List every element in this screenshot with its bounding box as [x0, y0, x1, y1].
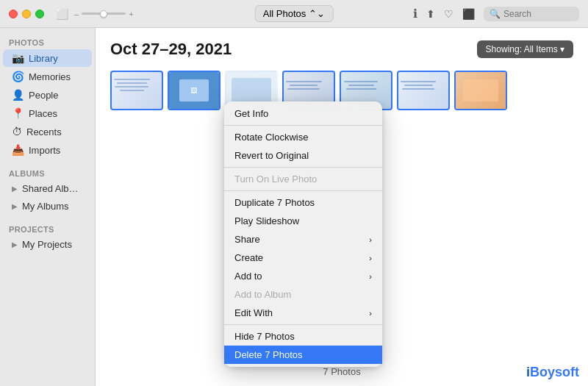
close-button[interactable]: [9, 10, 18, 18]
menu-item-delete-7-photos[interactable]: Delete 7 Photos: [224, 346, 382, 364]
sidebar-item-shared-albums[interactable]: ▶ Shared Alb…: [3, 180, 92, 197]
traffic-lights: [9, 10, 44, 18]
menu-item-rotate-clockwise[interactable]: Rotate Clockwise: [224, 128, 382, 146]
sidebar-section-projects: Projects: [0, 221, 95, 235]
memories-icon: 🌀: [12, 71, 24, 82]
menu-item-label: Edit With: [234, 307, 369, 318]
dropdown-label: All Photos: [263, 8, 306, 19]
menu-item-label: Add to Album: [234, 289, 372, 300]
search-box[interactable]: 🔍: [484, 7, 579, 21]
info-icon[interactable]: ℹ: [413, 7, 417, 21]
titlebar: ⬜ – + All Photos ⌃⌄ ℹ ⬆ ♡ ⬛ 🔍: [0, 0, 588, 28]
sidebar-item-label: Library: [29, 53, 58, 64]
menu-item-label: Rotate Clockwise: [234, 132, 372, 143]
expand-icon: ▶: [12, 185, 18, 193]
menu-separator-3: [224, 190, 382, 191]
minimize-button[interactable]: [22, 10, 31, 18]
menu-item-duplicate-7-photos[interactable]: Duplicate 7 Photos: [224, 193, 382, 212]
menu-item-share[interactable]: Share ›: [224, 230, 382, 249]
menu-item-label: Create: [234, 252, 369, 263]
photo-count: 7 Photos: [323, 366, 360, 377]
watermark: iBoysoft: [526, 365, 579, 380]
crop-icon[interactable]: ⬛: [462, 8, 475, 20]
search-input[interactable]: [503, 9, 570, 19]
arrow-icon: ›: [369, 254, 372, 262]
thumb-inner: [456, 72, 506, 109]
menu-item-revert-to-original[interactable]: Revert to Original: [224, 146, 382, 165]
photo-thumb-2[interactable]: 🖼: [168, 71, 220, 110]
menu-item-label: Turn On Live Photo: [234, 174, 372, 185]
menu-item-label: Delete 7 Photos: [234, 349, 372, 360]
sidebar-item-memories[interactable]: 🌀 Memories: [3, 68, 92, 85]
sidebar-item-library[interactable]: 📷 Library: [3, 49, 92, 67]
all-photos-dropdown[interactable]: All Photos ⌃⌄: [255, 5, 334, 22]
content-header: Oct 27–29, 2021 Showing: All Items ▾: [96, 28, 588, 65]
sidebar-section-albums: Albums: [0, 165, 95, 179]
library-icon: 📷: [12, 52, 24, 64]
menu-item-label: Revert to Original: [234, 150, 372, 161]
search-icon: 🔍: [490, 9, 501, 19]
photo-thumb-6[interactable]: [397, 71, 450, 110]
titlebar-controls: ⬜ – +: [56, 8, 134, 20]
menu-item-label: Share: [234, 234, 369, 245]
places-icon: 📍: [12, 107, 24, 119]
menu-item-label: Duplicate 7 Photos: [234, 197, 372, 208]
photo-thumb-7[interactable]: [454, 71, 507, 110]
sidebar-item-places[interactable]: 📍 Places: [3, 104, 92, 122]
sidebar-item-label: My Albums: [22, 201, 69, 212]
menu-item-get-info[interactable]: Get Info: [224, 104, 382, 123]
menu-item-label: Add to: [234, 271, 369, 282]
menu-item-label: Play Slideshow: [234, 215, 372, 226]
arrow-icon: ›: [369, 272, 372, 281]
heart-icon[interactable]: ♡: [444, 8, 453, 20]
chevron-icon: ⌃⌄: [309, 8, 325, 19]
imports-icon: 📥: [12, 144, 24, 156]
menu-item-add-to[interactable]: Add to ›: [224, 267, 382, 285]
expand-icon: ▶: [12, 240, 18, 249]
sidebar-item-recents[interactable]: ⏱ Recents: [3, 123, 92, 140]
menu-item-hide-7-photos[interactable]: Hide 7 Photos: [224, 327, 382, 346]
people-icon: 👤: [12, 89, 24, 101]
arrow-icon: ›: [369, 309, 372, 318]
watermark-suffix: Boysoft: [530, 365, 579, 379]
menu-item-create[interactable]: Create ›: [224, 249, 382, 267]
menu-separator-1: [224, 125, 382, 126]
menu-item-add-to-album: Add to Album: [224, 285, 382, 304]
main-layout: Photos 📷 Library 🌀 Memories 👤 People 📍 P…: [0, 28, 588, 386]
titlebar-center: All Photos ⌃⌄: [255, 5, 334, 22]
thumb-inner: 🖼: [169, 72, 219, 109]
sidebar: Photos 📷 Library 🌀 Memories 👤 People 📍 P…: [0, 28, 96, 386]
sidebar-item-my-projects[interactable]: ▶ My Projects: [3, 236, 92, 253]
maximize-button[interactable]: [35, 10, 44, 18]
share-icon[interactable]: ⬆: [426, 8, 435, 20]
zoom-slider[interactable]: – +: [74, 10, 134, 18]
menu-item-play-slideshow[interactable]: Play Slideshow: [224, 212, 382, 230]
sidebar-item-people[interactable]: 👤 People: [3, 86, 92, 104]
menu-separator-2: [224, 167, 382, 168]
sidebar-item-imports[interactable]: 📥 Imports: [3, 141, 92, 159]
sidebar-item-label: My Projects: [22, 239, 72, 250]
arrow-icon: ›: [369, 235, 372, 244]
context-menu: Get Info Rotate Clockwise Revert to Orig…: [224, 101, 382, 367]
menu-separator-4: [224, 324, 382, 325]
thumb-inner: [398, 72, 438, 98]
menu-item-turn-on-live-photo: Turn On Live Photo: [224, 170, 382, 188]
sidebar-item-label: Imports: [29, 145, 60, 156]
expand-icon: ▶: [12, 202, 18, 210]
frame-icon: ⬜: [56, 8, 68, 20]
photo-thumb-1[interactable]: [110, 71, 163, 110]
sidebar-item-label: Recents: [26, 126, 62, 137]
thumb-inner: [341, 72, 381, 98]
sidebar-item-label: Shared Alb…: [22, 183, 79, 194]
showing-button[interactable]: Showing: All Items ▾: [477, 40, 573, 58]
sidebar-item-label: People: [29, 90, 58, 101]
sidebar-item-my-albums[interactable]: ▶ My Albums: [3, 198, 92, 215]
thumb-inner: [112, 72, 151, 98]
content-area: Oct 27–29, 2021 Showing: All Items ▾ 🖼: [96, 28, 588, 386]
menu-item-label: Hide 7 Photos: [234, 331, 372, 342]
titlebar-actions: ℹ ⬆ ♡ ⬛ 🔍: [413, 7, 579, 21]
recents-icon: ⏱: [12, 126, 22, 137]
sidebar-item-label: Memories: [29, 71, 71, 82]
menu-item-edit-with[interactable]: Edit With ›: [224, 304, 382, 322]
sidebar-item-label: Places: [29, 108, 57, 119]
